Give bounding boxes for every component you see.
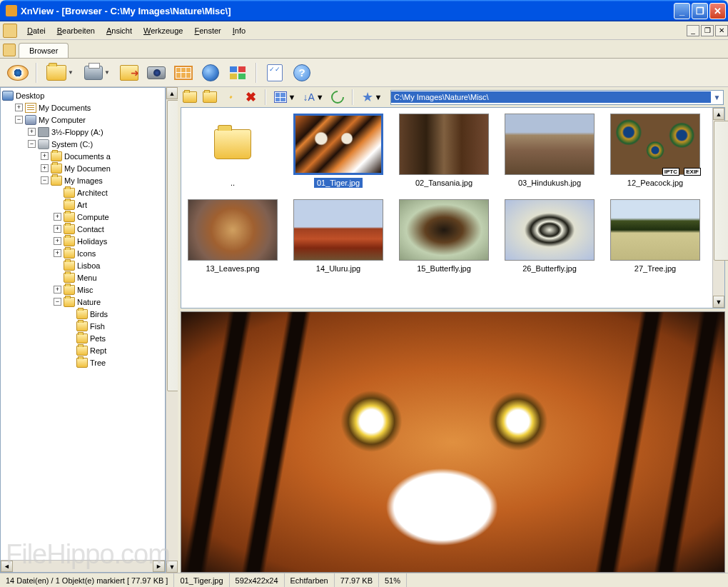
address-text[interactable]: C:\My Images\Nature\Misc\ xyxy=(391,91,711,103)
folder-icon xyxy=(64,236,75,246)
expand-icon[interactable]: + xyxy=(54,237,61,245)
slideshow-icon xyxy=(174,66,193,80)
expand-icon[interactable]: + xyxy=(41,164,49,172)
new-folder-button[interactable] xyxy=(202,89,219,106)
collapse-icon[interactable]: − xyxy=(15,116,23,124)
tree-node-system-c[interactable]: −System (C:) xyxy=(2,138,163,150)
menu-ansicht[interactable]: Ansicht xyxy=(101,24,138,37)
close-button[interactable]: ✕ xyxy=(709,3,726,19)
collapse-icon[interactable]: − xyxy=(28,140,36,148)
tree-node[interactable]: Birds xyxy=(2,308,163,320)
layout-button[interactable] xyxy=(226,61,250,85)
preview-pane[interactable] xyxy=(181,311,725,573)
tree-node[interactable]: +My Documen xyxy=(2,162,163,174)
menu-handle-icon xyxy=(3,24,17,38)
folder-icon xyxy=(76,321,88,331)
thumb-item[interactable]: 14_Uluru.jpg xyxy=(293,199,384,274)
view-button[interactable] xyxy=(6,61,30,85)
menu-werkzeuge[interactable]: Werkzeuge xyxy=(138,24,188,37)
tab-browser[interactable]: Browser xyxy=(19,43,69,58)
thumb-item[interactable]: 01_Tiger.jpg xyxy=(293,114,384,188)
thumb-item[interactable]: 27_Tree.jpg xyxy=(610,199,701,274)
tree-node[interactable]: Lisboa xyxy=(2,259,163,271)
tree-node[interactable]: +Documents a xyxy=(2,150,163,162)
help-button[interactable]: ? xyxy=(290,61,314,85)
tree-node[interactable]: Fish xyxy=(2,320,163,332)
sort-button[interactable]: ↓A▼ xyxy=(300,89,326,106)
view-mode-button[interactable]: ▼ xyxy=(272,89,298,106)
thumb-item[interactable]: 15_Butterfly.jpg xyxy=(398,199,490,274)
thumb-item[interactable]: 13_Leaves.png xyxy=(187,199,278,274)
open-button[interactable]: ▼ xyxy=(43,61,77,85)
address-dropdown-icon[interactable]: ▼ xyxy=(711,94,723,101)
expand-icon[interactable]: + xyxy=(28,128,36,136)
collapse-icon[interactable]: − xyxy=(41,176,49,184)
tree-node-desktop[interactable]: Desktop xyxy=(2,89,163,101)
thumb-parent-folder[interactable]: .. xyxy=(187,114,278,188)
convert-button[interactable] xyxy=(117,61,141,85)
tree-node-my-images[interactable]: −My Images xyxy=(2,174,163,186)
maximize-button[interactable]: ❐ xyxy=(692,3,708,19)
folder-tree[interactable]: Desktop +My Documents −My Computer +3½-F… xyxy=(1,88,165,560)
tree-node[interactable]: Architect xyxy=(2,186,163,199)
mdi-close-button[interactable]: ✕ xyxy=(715,25,728,36)
expand-icon[interactable]: + xyxy=(54,225,61,233)
tree-node[interactable]: Tree xyxy=(2,356,163,368)
collapse-icon[interactable]: − xyxy=(54,298,61,306)
tree-node-my-documents[interactable]: +My Documents xyxy=(2,101,163,114)
expand-icon[interactable]: + xyxy=(41,152,49,160)
capture-button[interactable] xyxy=(144,61,168,85)
print-button[interactable]: ▼ xyxy=(80,61,114,85)
expand-icon[interactable]: + xyxy=(15,104,23,111)
menu-datei[interactable]: Datei xyxy=(21,24,51,37)
refresh-button[interactable] xyxy=(329,89,346,106)
tree-node[interactable]: Art xyxy=(2,199,163,211)
expand-icon[interactable]: + xyxy=(54,286,61,294)
tree-node[interactable]: +Contact xyxy=(2,223,163,235)
minimize-button[interactable]: _ xyxy=(674,3,690,19)
favorites-button[interactable]: ★▼ xyxy=(359,89,385,106)
web-button[interactable] xyxy=(198,61,223,85)
tree-vertical-scrollbar[interactable]: ▲▼ xyxy=(166,87,178,573)
tree-node[interactable]: +Holidays xyxy=(2,235,163,247)
status-filename: 01_Tiger.jpg xyxy=(174,573,229,587)
menu-bearbeiten[interactable]: Bearbeiten xyxy=(51,24,101,37)
separator xyxy=(256,63,257,83)
thumbnail-image xyxy=(188,200,277,260)
folder-icon xyxy=(214,129,251,159)
tree-node-my-computer[interactable]: −My Computer xyxy=(2,114,163,126)
mdi-minimize-button[interactable]: _ xyxy=(687,25,699,36)
expand-icon[interactable]: + xyxy=(54,249,61,257)
tree-node[interactable]: Menu xyxy=(2,271,163,284)
thumbnail-image xyxy=(400,200,488,260)
menu-fenster[interactable]: Fenster xyxy=(188,24,226,37)
thumb-item[interactable]: 02_Tansania.jpg xyxy=(398,114,490,188)
tree-horizontal-scrollbar[interactable]: ◄► xyxy=(1,560,165,572)
address-bar[interactable]: C:\My Images\Nature\Misc\ ▼ xyxy=(390,90,724,105)
tree-node[interactable]: +Icons xyxy=(2,247,163,259)
tree-node[interactable]: Rept xyxy=(2,344,163,356)
folder-tree-panel: Desktop +My Documents −My Computer +3½-F… xyxy=(0,87,166,573)
thumbnail-grid: .. 01_Tiger.jpg 02_Tansania.jpg 03_Hindu… xyxy=(181,108,712,308)
delete-button[interactable]: ✖ xyxy=(242,89,259,106)
thumb-item[interactable]: EXIFIPTC 12_Peacock.jpg xyxy=(610,114,701,188)
tree-node[interactable]: +Compute xyxy=(2,211,163,223)
thumb-item[interactable]: 03_Hindukush.jpg xyxy=(504,114,595,188)
tree-node[interactable]: Pets xyxy=(2,332,163,344)
exif-badge: EXIF xyxy=(684,168,701,176)
star-icon: ★ xyxy=(362,89,373,105)
edit-button[interactable] xyxy=(222,89,239,106)
tree-node-nature[interactable]: −Nature xyxy=(2,296,163,308)
floppy-icon xyxy=(38,127,49,137)
thumbnails-vertical-scrollbar[interactable]: ▲▼ xyxy=(712,108,724,308)
options-button[interactable] xyxy=(263,61,287,85)
tree-node[interactable]: +Misc xyxy=(2,284,163,296)
menu-info[interactable]: Info xyxy=(227,24,251,37)
thumbnail-image xyxy=(400,114,488,174)
folder-up-button[interactable] xyxy=(182,89,199,106)
mdi-restore-button[interactable]: ❐ xyxy=(701,25,714,36)
thumb-item[interactable]: 26_Butterfly.jpg xyxy=(504,199,595,274)
expand-icon[interactable]: + xyxy=(54,213,61,221)
tree-node-floppy[interactable]: +3½-Floppy (A:) xyxy=(2,126,163,138)
slideshow-button[interactable] xyxy=(171,61,196,85)
